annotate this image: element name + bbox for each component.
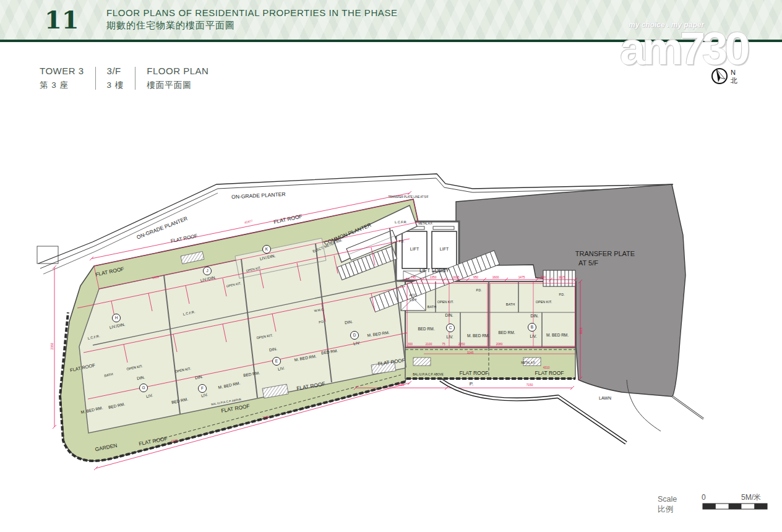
page-title-en: FLOOR PLANS OF RESIDENTIAL PROPERTIES IN…: [106, 7, 398, 18]
label-p-d: P.D.: [559, 293, 564, 296]
unit-letter-j: J: [206, 268, 208, 273]
label-transfer-plate: TRANSFER PLATE: [575, 250, 635, 257]
label-p: P.: [470, 381, 474, 387]
brochure-page: { "header": { "page_number": "11", "titl…: [0, 0, 782, 532]
dim-label: 5925: [580, 327, 583, 334]
label-liv: LIV.: [447, 335, 453, 339]
tower-info: TOWER 3 第 3 座: [40, 66, 95, 91]
label-lift: LIFT: [410, 298, 417, 302]
label-p-d: P.D.: [319, 319, 325, 324]
label-bed-rm: BED RM.: [418, 327, 434, 331]
dim-label: 745: [411, 276, 416, 279]
plan-label-zh: 樓面平面圖: [147, 80, 208, 91]
dim-label: 7150: [526, 384, 533, 387]
floor-label-zh: 3 樓: [107, 80, 124, 91]
label-metal-a-f: METAL A.F.: [521, 361, 535, 364]
plan-info: FLOOR PLAN 樓面平面圖: [147, 66, 220, 91]
dim-label: 2350: [51, 343, 54, 350]
floor-label-en: 3/F: [107, 66, 124, 76]
dim-label: 950: [473, 276, 478, 279]
dim-label: 3330: [398, 384, 405, 387]
label-liv: LIV.: [530, 334, 537, 338]
label-bed-rm: BED RM.: [498, 330, 515, 335]
label-on-grade-planter: ON-GRADE PLANTER: [231, 191, 286, 200]
label-lift: LIFT: [410, 247, 419, 251]
label-m-bed-rm: M. BED RM.: [467, 333, 489, 338]
dim-label: 2050: [458, 343, 465, 346]
unit-letter-h: H: [115, 315, 118, 320]
scale-bar: [703, 504, 767, 509]
dim-label: 300: [408, 343, 413, 346]
dim-label: 2080: [496, 343, 503, 346]
page-number: 11: [45, 5, 79, 34]
right-wing-units: [405, 281, 575, 348]
scale-label-zh: 比例: [658, 505, 673, 513]
dim-label: 2100: [426, 343, 432, 346]
unit-letter-d: D: [353, 333, 356, 337]
dim-label: 1625: [559, 276, 565, 279]
label-flat-roof: FLAT ROOF: [460, 370, 489, 376]
unit-letter-e: E: [275, 359, 278, 363]
page-title: FLOOR PLANS OF RESIDENTIAL PROPERTIES IN…: [106, 7, 398, 32]
label-metal-a-f: METAL A.F.: [418, 222, 432, 225]
scale-start: 0: [702, 493, 706, 502]
am730-logo-text: am730: [620, 26, 775, 72]
scale-label-en: Scale: [658, 495, 677, 504]
dim-label: 1475: [518, 276, 525, 279]
label-din: DIN.: [531, 314, 539, 318]
tower-info-bar: TOWER 3 第 3 座 3/F 3 樓 FLOOR PLAN 樓面平面圖: [40, 66, 220, 91]
label-lawn: LAWN: [599, 396, 611, 400]
plan-label-en: FLOOR PLAN: [147, 66, 208, 76]
label-acc: ACC.: [409, 293, 418, 297]
dim-label: 75: [442, 343, 445, 346]
label-lift: LIFT: [440, 247, 449, 251]
label-transfer-plate-line-at-5-f: TRANSFER PLATE LINE AT 5/F: [389, 195, 429, 199]
unit-letter-b: B: [531, 325, 533, 329]
label-bal-u-p-a-c-p-above: BAL./U.P./A.C.P. ABOVE: [413, 373, 443, 376]
label-lift-lobby: LIFT LOBBY: [419, 267, 449, 273]
dim-label: 3245: [467, 351, 474, 354]
dim-label: 950: [541, 276, 546, 279]
label-flat-roof: FLAT ROOF: [170, 233, 198, 244]
dim-label: 41977: [244, 220, 253, 225]
info-divider: [95, 67, 96, 90]
page-title-zh: 期數的住宅物業的樓面平面圖: [106, 20, 398, 32]
label-din: DIN.: [445, 313, 453, 317]
label-flat-roof: FLAT ROOF: [535, 370, 564, 376]
label-bath: BATH: [506, 302, 515, 306]
unit-letter-g: G: [142, 385, 145, 390]
label-p-d: P.D.: [476, 288, 481, 292]
label-at-5-f: AT 5/F: [578, 259, 598, 267]
am730-logo: my choice . my paper am730: [620, 21, 775, 72]
dim-label: 1600: [492, 276, 499, 279]
tower-label-en: TOWER 3: [40, 66, 84, 76]
scale-end: 5M/米: [741, 493, 761, 502]
unit-letter-f: F: [201, 386, 204, 390]
label-p-d: P.D.: [398, 239, 404, 243]
tower-label-zh: 第 3 座: [40, 80, 84, 91]
dim-label: 7105: [262, 415, 270, 419]
floor-info: 3/F 3 樓: [107, 66, 135, 91]
label-m-bed-rm: M. BED RM.: [546, 333, 569, 337]
dim-label: 1350: [430, 276, 437, 279]
unit-letter-c: C: [449, 325, 452, 330]
label-l-c-f-r: L.C.F.R.: [395, 220, 407, 224]
label-bath: BATH: [428, 305, 436, 309]
label-open-kit: OPEN KIT.: [536, 300, 552, 304]
label-open-kit: OPEN KIT.: [437, 300, 454, 304]
compass-north-zh-label: 北: [730, 77, 737, 84]
dim-label: 4310: [543, 366, 550, 369]
unit-letter-k: K: [265, 247, 269, 251]
dim-label: 1625: [453, 276, 460, 279]
info-divider: [135, 67, 135, 90]
